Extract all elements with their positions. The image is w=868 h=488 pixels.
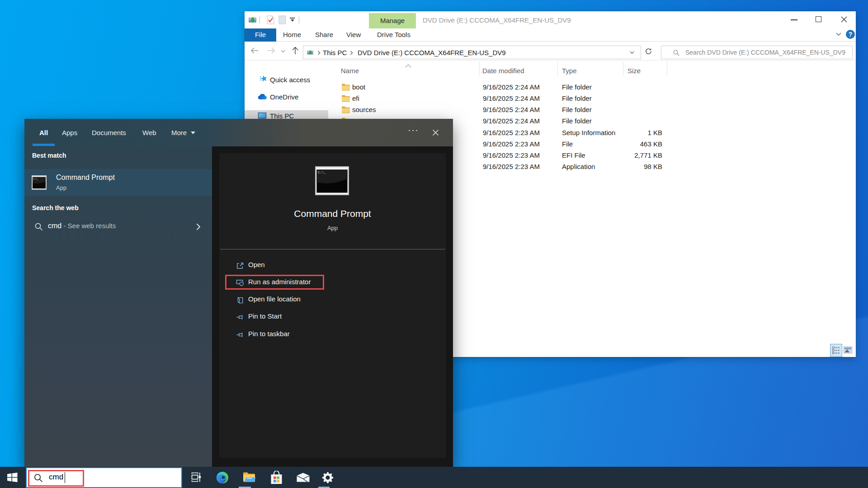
svg-text:C:\_: C:\_ xyxy=(33,178,39,180)
svg-text:C:\_: C:\_ xyxy=(318,171,326,174)
